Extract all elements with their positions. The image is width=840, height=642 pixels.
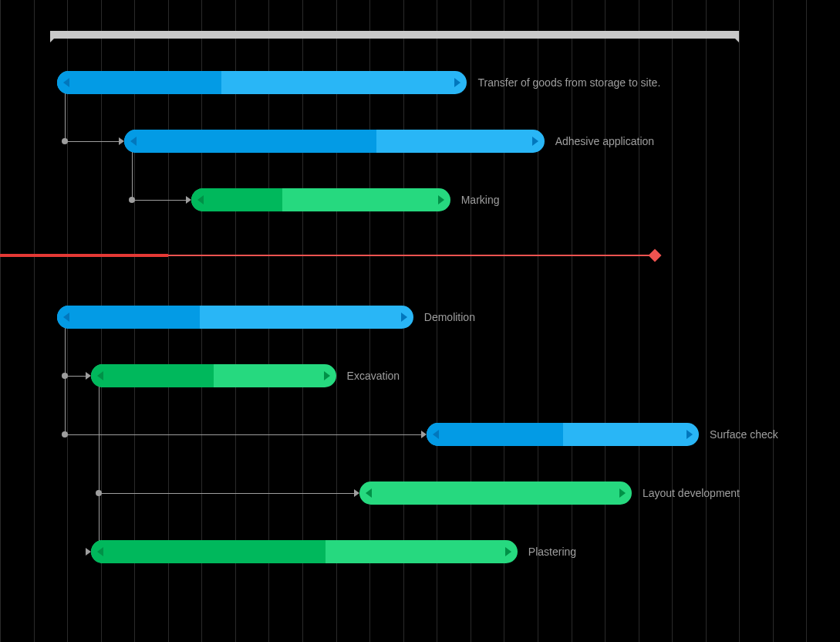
resize-left-icon[interactable] xyxy=(130,137,137,146)
task-bar-excavation[interactable] xyxy=(91,364,336,387)
task-label: Layout development xyxy=(643,487,740,499)
resize-left-icon[interactable] xyxy=(197,195,204,204)
resize-left-icon[interactable] xyxy=(97,547,103,556)
resize-left-icon[interactable] xyxy=(63,78,69,87)
task-label: Surface check xyxy=(710,428,778,441)
resize-right-icon[interactable] xyxy=(687,430,693,439)
resize-left-icon[interactable] xyxy=(433,430,439,439)
resize-right-icon[interactable] xyxy=(401,313,407,322)
resize-left-icon[interactable] xyxy=(366,488,372,498)
resize-right-icon[interactable] xyxy=(438,195,444,204)
task-label: Adhesive application xyxy=(555,135,654,147)
link-arrow-icon xyxy=(86,548,91,556)
task-bar-transfer[interactable] xyxy=(57,71,467,94)
resize-left-icon[interactable] xyxy=(63,313,69,322)
link-arrow-icon xyxy=(186,196,191,204)
deadline-line xyxy=(0,255,655,256)
resize-right-icon[interactable] xyxy=(532,137,538,146)
summary-bar[interactable] xyxy=(50,31,739,39)
link-dot-icon xyxy=(62,431,68,438)
link-arrow-icon xyxy=(354,489,359,497)
task-label: Demolition xyxy=(424,311,475,323)
link-dot-icon xyxy=(62,138,68,144)
task-label: Transfer of goods from storage to site. xyxy=(477,76,660,89)
task-bar-plastering[interactable] xyxy=(91,540,518,563)
task-bar-marking[interactable] xyxy=(191,188,450,211)
resize-left-icon[interactable] xyxy=(97,371,103,380)
link-arrow-icon xyxy=(119,137,124,145)
link-arrow-icon xyxy=(421,431,427,438)
task-label: Marking xyxy=(461,194,500,206)
link-arrow-icon xyxy=(86,372,91,380)
resize-right-icon[interactable] xyxy=(505,547,511,556)
task-label: Excavation xyxy=(347,370,400,382)
task-bar-layout[interactable] xyxy=(359,482,632,505)
gantt-chart: Transfer of goods from storage to site.A… xyxy=(0,0,840,642)
task-bar-surface[interactable] xyxy=(427,423,699,446)
resize-right-icon[interactable] xyxy=(324,371,330,380)
task-label: Plastering xyxy=(528,546,576,558)
task-bar-demolition[interactable] xyxy=(57,306,413,329)
resize-right-icon[interactable] xyxy=(619,488,626,498)
resize-right-icon[interactable] xyxy=(454,78,460,87)
task-bar-adhesive[interactable] xyxy=(124,130,545,153)
